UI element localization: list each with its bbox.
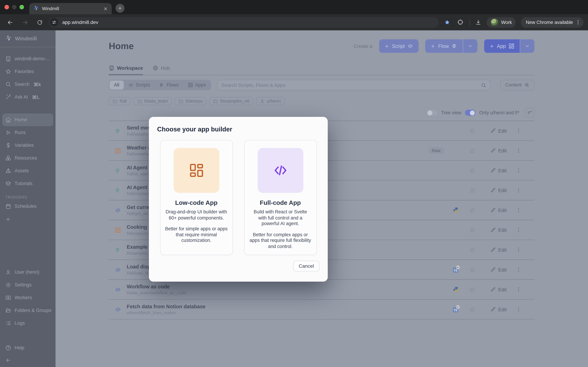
modal-card-low-code-app[interactable]: Low-code AppDrag-and-drop UI builder wit…	[160, 140, 233, 255]
list-item[interactable]: Fetch data from Notion databaseu/henri/f…	[109, 300, 534, 319]
row-menu-icon[interactable]	[516, 306, 521, 312]
filter-settings-button[interactable]	[525, 108, 535, 118]
favorite-star-icon[interactable]	[469, 147, 475, 154]
create-script-button[interactable]: Script	[379, 39, 419, 53]
content-search-button[interactable]: Content	[500, 80, 535, 90]
sidebar-item-schedules[interactable]: Schedules	[0, 200, 55, 213]
reload-icon[interactable]	[37, 19, 43, 25]
profile-button[interactable]: Work	[487, 17, 516, 28]
edit-button[interactable]: Edit	[490, 167, 507, 173]
sidebar-item-variables[interactable]: Variables	[0, 139, 55, 152]
sidebar-item-home[interactable]: Home	[2, 113, 53, 126]
row-menu-icon[interactable]	[516, 148, 521, 153]
add-trigger-button[interactable]	[0, 213, 55, 225]
flow-icon	[115, 187, 122, 193]
chip-f-all[interactable]: f/all	[109, 97, 130, 105]
chevron-down-icon[interactable]	[520, 39, 535, 53]
favorite-star-icon[interactable]	[469, 247, 475, 253]
tab-workspace[interactable]: Workspace	[109, 65, 143, 75]
site-settings-icon[interactable]	[50, 18, 59, 26]
edit-button[interactable]: Edit	[490, 128, 507, 133]
favorite-star-icon[interactable]	[469, 167, 475, 174]
extensions-icon[interactable]	[457, 19, 464, 25]
chip-f-examples-etl[interactable]: f/examples_etl	[209, 97, 253, 105]
row-menu-icon[interactable]	[516, 207, 521, 213]
search-input[interactable]	[221, 82, 481, 88]
sidebar-item-ask-ai[interactable]: Ask AI⌘L	[0, 91, 55, 103]
favorite-star-icon[interactable]	[469, 267, 475, 273]
tree-view-toggle[interactable]	[427, 110, 437, 116]
tab-close-icon[interactable]	[103, 6, 108, 11]
sidebar-item-settings[interactable]: Settings	[0, 279, 55, 291]
segment-scripts[interactable]: Scripts	[124, 81, 155, 90]
new-tab-button[interactable]	[115, 4, 124, 13]
edit-button[interactable]: Edit	[490, 148, 507, 153]
segment-apps[interactable]: Apps	[183, 81, 210, 90]
favorite-star-icon[interactable]	[469, 227, 475, 233]
bookmark-star-icon[interactable]	[444, 19, 450, 25]
row-menu-icon[interactable]	[516, 128, 521, 134]
chip-f-devops[interactable]: f/devops	[175, 97, 207, 105]
favorite-star-icon[interactable]	[469, 207, 475, 213]
create-app-main[interactable]: App	[484, 39, 520, 53]
back-icon[interactable]	[7, 19, 14, 26]
sidebar-item-favorites[interactable]: Favorites	[0, 65, 55, 78]
create-flow-main[interactable]: Flow	[425, 39, 463, 53]
forward-icon[interactable]	[22, 19, 28, 26]
sidebar-item-user-henri[interactable]: User (henri)	[0, 266, 55, 279]
minimize-window-button[interactable]	[12, 5, 17, 9]
row-menu-icon[interactable]	[516, 286, 521, 292]
create-app-button[interactable]: App	[484, 39, 534, 53]
list-item[interactable]: Workflow as codef/data_team/workflow_as_…	[109, 280, 534, 300]
edit-button[interactable]: Edit	[490, 307, 507, 312]
create-flow-button[interactable]: Flow	[425, 39, 477, 53]
create-script-main[interactable]: Script	[379, 39, 419, 53]
modal-card-full-code-app[interactable]: Full-code AppBuild with React or Svelte …	[244, 140, 317, 255]
sidebar-item-workers[interactable]: Workers	[0, 291, 55, 304]
edit-button[interactable]: Edit	[490, 188, 507, 193]
user-icon	[260, 99, 265, 104]
edit-button[interactable]: Edit	[490, 267, 507, 272]
row-menu-icon[interactable]	[516, 167, 521, 173]
sidebar-item-folders-groups[interactable]: Folders & Groups	[0, 304, 55, 317]
sidebar-item-tutorials[interactable]: Tutorials	[0, 177, 55, 190]
sidebar-item-search[interactable]: Search⌘k	[0, 78, 55, 91]
favorite-star-icon[interactable]	[469, 187, 475, 193]
sidebar-item-help[interactable]: Help	[0, 342, 55, 354]
row-menu-icon[interactable]	[516, 247, 521, 253]
segment-all[interactable]: All	[110, 81, 124, 90]
edit-button[interactable]: Edit	[490, 287, 507, 292]
brand[interactable]: Windmill	[0, 30, 55, 47]
sidebar-top-nav: windmill-demo-...FavoritesSearch⌘kAsk AI…	[0, 47, 55, 103]
row-menu-icon[interactable]	[516, 227, 521, 233]
sidebar-item-resources[interactable]: Resources	[0, 152, 55, 165]
favorite-star-icon[interactable]	[469, 286, 475, 292]
chevron-down-icon[interactable]	[463, 39, 477, 53]
edit-button[interactable]: Edit	[490, 207, 507, 213]
chip-u-henri[interactable]: u/henri	[256, 97, 284, 105]
row-menu-icon[interactable]	[516, 187, 521, 193]
owner-filter-toggle[interactable]	[465, 110, 476, 116]
browser-tab[interactable]: Windmill	[29, 3, 112, 14]
edit-button[interactable]: Edit	[490, 247, 507, 252]
help-icon	[5, 345, 11, 351]
browser-menu-icon[interactable]	[575, 19, 581, 25]
row-menu-icon[interactable]	[516, 267, 521, 273]
cancel-button[interactable]: Cancel	[293, 261, 320, 271]
close-window-button[interactable]	[5, 5, 9, 9]
chrome-update-button[interactable]: New Chrome available	[521, 17, 583, 28]
favorite-star-icon[interactable]	[469, 128, 475, 134]
collapse-sidebar-button[interactable]	[0, 354, 55, 367]
sidebar-item-logs[interactable]: Logs	[0, 317, 55, 330]
sidebar-item-runs[interactable]: Runs	[0, 126, 55, 139]
sidebar-item-assets[interactable]: Assets	[0, 165, 55, 177]
sidebar-item-windmill-demo[interactable]: windmill-demo-...	[0, 52, 55, 65]
fullscreen-window-button[interactable]	[19, 5, 24, 9]
address-bar[interactable]: app.windmill.dev	[49, 17, 439, 28]
tab-hub[interactable]: Hub	[153, 65, 170, 75]
segment-flows[interactable]: Flows	[155, 81, 183, 90]
chip-f-data-team[interactable]: f/data_team	[133, 97, 172, 105]
downloads-icon[interactable]	[475, 19, 482, 25]
edit-button[interactable]: Edit	[490, 227, 507, 233]
favorite-star-icon[interactable]	[469, 306, 475, 312]
